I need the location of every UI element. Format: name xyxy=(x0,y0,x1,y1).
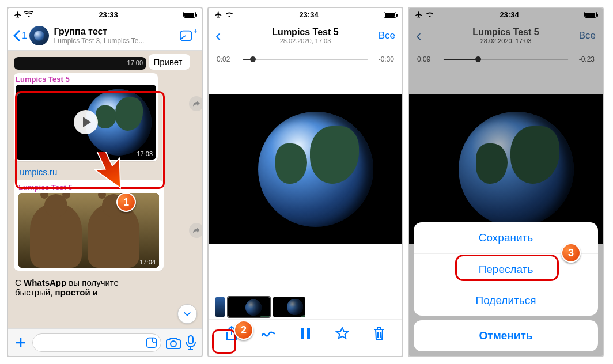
status-time: 23:33 xyxy=(99,10,118,19)
filmstrip[interactable] xyxy=(209,294,402,319)
playback-slider[interactable]: 0:02 -0:30 xyxy=(209,51,402,68)
svg-rect-3 xyxy=(188,336,193,344)
message-hi[interactable]: Привет xyxy=(149,54,190,70)
star-button[interactable] xyxy=(331,327,354,340)
chat-body[interactable]: 17:00 Привет Lumpics Test 5 17:03 Lumpic… xyxy=(8,51,202,328)
message-input[interactable] xyxy=(32,333,161,352)
battery-icon xyxy=(183,12,196,18)
forward-icon[interactable] xyxy=(189,96,202,111)
viewer-header: ‹ Lumpics Test 5 28.02.2020, 17:03 Все xyxy=(209,21,402,51)
doodle-button[interactable] xyxy=(257,328,280,339)
trash-button[interactable] xyxy=(368,327,391,340)
thumb-prev[interactable] xyxy=(215,297,225,317)
sender-name: Lumpics Test 5 xyxy=(16,75,156,84)
sticker-icon[interactable] xyxy=(146,337,157,348)
plus-icon[interactable] xyxy=(14,336,28,350)
annotation-marker-3: 3 xyxy=(561,243,581,263)
time-remaining: -0:30 xyxy=(372,55,394,63)
time-elapsed: 0:02 xyxy=(217,55,239,63)
screen-chat: 23:33 1 Группа тест Lumpics Test 3, Lump… xyxy=(7,7,203,357)
thumb-next[interactable] xyxy=(273,297,305,317)
video-timestamp: 17:03 xyxy=(137,150,153,157)
message-text-partial[interactable]: С WhatsApp вы получите быстрый, простой … xyxy=(14,274,196,297)
video-call-icon[interactable]: + xyxy=(180,29,197,43)
all-media-button[interactable]: Все xyxy=(379,30,395,41)
message-image-bears[interactable]: Lumpics Test 5 17:04 xyxy=(14,180,164,271)
svg-point-2 xyxy=(171,341,176,347)
forward-icon-2[interactable] xyxy=(189,223,202,238)
annotation-marker-2: 2 xyxy=(234,320,253,340)
slider-track[interactable] xyxy=(243,59,368,60)
chat-title-block[interactable]: Группа тест Lumpics Test 3, Lumpics Te..… xyxy=(54,26,180,45)
pause-button[interactable] xyxy=(294,327,317,340)
sender-name-2: Lumpics Test 5 xyxy=(18,183,159,192)
status-time: 23:34 xyxy=(299,10,318,19)
status-bar: 23:33 xyxy=(8,8,202,21)
svg-text:+: + xyxy=(193,29,197,35)
viewer-title: Lumpics Test 5 xyxy=(209,27,402,37)
wifi-icon xyxy=(225,11,234,18)
camera-icon[interactable] xyxy=(166,336,181,349)
airplane-mode-icon xyxy=(14,10,22,18)
status-bar-2: 23:34 xyxy=(209,8,402,21)
play-icon[interactable] xyxy=(74,110,98,134)
viewer-subtitle: 28.02.2020, 17:03 xyxy=(209,37,402,44)
video-frame[interactable] xyxy=(209,94,402,244)
screen-action-sheet: 23:34 ‹ Lumpics Test 5 28.02.2020, 17:03… xyxy=(408,7,604,357)
back-button[interactable]: 1 xyxy=(13,30,27,41)
action-share[interactable]: Поделиться xyxy=(414,285,598,316)
wifi-icon xyxy=(24,11,33,18)
svg-rect-5 xyxy=(307,328,310,339)
message-stub-top[interactable]: 17:00 xyxy=(14,57,146,70)
mic-icon[interactable] xyxy=(186,335,196,350)
link-lumpics[interactable]: Lumpics.ru xyxy=(15,167,195,177)
chat-subtitle: Lumpics Test 3, Lumpics Te... xyxy=(54,37,180,45)
airplane-mode-icon xyxy=(214,10,222,18)
image-timestamp: 17:04 xyxy=(139,259,156,266)
chat-avatar[interactable] xyxy=(29,26,49,46)
thumb-current[interactable] xyxy=(228,297,270,317)
battery-icon xyxy=(384,12,396,18)
annotation-marker-1: 1 xyxy=(116,192,136,212)
message-video[interactable]: Lumpics Test 5 17:03 xyxy=(14,73,158,161)
back-count: 1 xyxy=(22,30,27,41)
action-sheet: Сохранить Переслать Поделиться Отменить xyxy=(414,222,598,351)
action-cancel[interactable]: Отменить xyxy=(414,320,598,351)
chat-header: 1 Группа тест Lumpics Test 3, Lumpics Te… xyxy=(8,21,202,51)
scroll-to-bottom-button[interactable] xyxy=(177,304,197,324)
back-button[interactable]: ‹ xyxy=(215,26,221,45)
image-thumbnail-bears[interactable]: 17:04 xyxy=(18,193,159,268)
screen-media-viewer: 23:34 ‹ Lumpics Test 5 28.02.2020, 17:03… xyxy=(207,7,403,357)
svg-rect-4 xyxy=(301,328,304,339)
chat-title: Группа тест xyxy=(54,26,180,37)
input-bar xyxy=(8,328,202,356)
video-thumbnail[interactable]: 17:03 xyxy=(16,85,156,160)
